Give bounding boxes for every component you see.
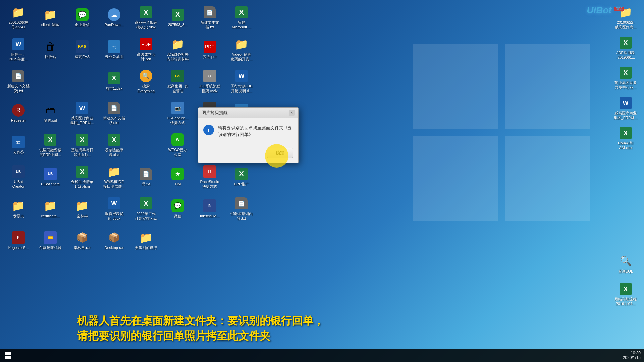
modal-overlay: 图片拷贝提醒 × i 请将要识别的回单拷至桌面文件夹《要识别的银行回单》 确定 — [0, 0, 644, 362]
confirm-button[interactable]: 确定 — [267, 148, 293, 158]
modal-close-button[interactable]: × — [289, 110, 295, 116]
modal-title: 图片拷贝提醒 — [202, 110, 228, 116]
modal-dialog: 图片拷贝提醒 × i 请将要识别的回单拷至桌面文件夹《要识别的银行回单》 确定 — [198, 107, 299, 163]
modal-titlebar: 图片拷贝提醒 × — [198, 108, 298, 118]
modal-info-icon: i — [203, 125, 214, 135]
modal-footer: 确定 — [198, 144, 298, 163]
modal-message: 请将要识别的回单拷至桌面文件夹《要识别的银行回单》 — [218, 125, 293, 138]
modal-body: i 请将要识别的回单拷至桌面文件夹《要识别的银行回单》 — [198, 118, 298, 144]
